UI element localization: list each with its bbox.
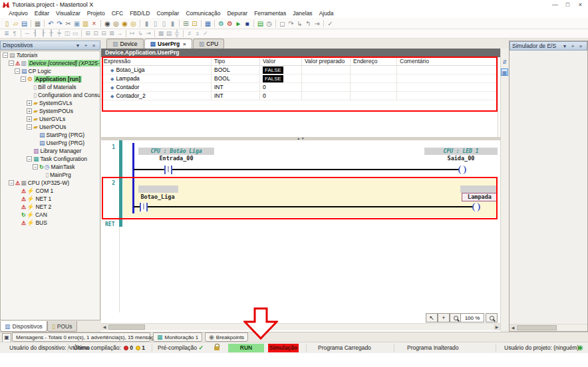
- menu-visualizar[interactable]: Visualizar: [53, 9, 84, 18]
- cell-prepared-value[interactable]: [302, 83, 351, 92]
- tree-expander-icon[interactable]: +: [27, 116, 32, 122]
- tree-expander-icon[interactable]: −: [21, 76, 26, 82]
- tab-dispositivos[interactable]: ▥ Dispositivos: [0, 321, 47, 332]
- run-to-cursor-icon[interactable]: ⇥: [313, 19, 321, 29]
- find-icon[interactable]: ◉: [103, 19, 112, 29]
- cell-expression[interactable]: ◆Lampada: [101, 74, 212, 83]
- coil-icon[interactable]: ◫: [63, 29, 71, 39]
- editor-horizontal-scrollbar[interactable]: ◀ ▶: [101, 323, 500, 330]
- cell-expression[interactable]: ◆Contador: [101, 83, 212, 92]
- cursor-tool-icon[interactable]: ↖: [426, 313, 438, 322]
- cell-expression[interactable]: ◆Botao_Liga: [101, 66, 212, 74]
- io-scroll-left-icon[interactable]: ◀: [510, 324, 516, 331]
- step-out-icon[interactable]: ↰: [304, 19, 313, 29]
- tree-item-maintask[interactable]: −↻◷MainTask: [1, 163, 100, 171]
- network-icon[interactable]: ≣: [3, 29, 11, 39]
- tree-item-systemgvls[interactable]: +▰SystemGVLs: [1, 99, 100, 107]
- tree-item-startprg-prg[interactable]: ▤StartPrg (PRG): [1, 131, 100, 139]
- tree-item-net-2[interactable]: ⚠⚡NET 2: [1, 203, 100, 211]
- tree-item-userprg-prg[interactable]: ▤UserPrg (PRG): [1, 139, 100, 147]
- tab-cpu[interactable]: ▥ CPU: [193, 39, 224, 49]
- tree-item-bill-of-materials[interactable]: ▯Bill of Materials: [1, 83, 100, 91]
- tree-item-net-1[interactable]: ⚠⚡NET 1: [1, 195, 100, 203]
- cell-prepared-value[interactable]: [302, 92, 351, 100]
- bookmark-next-icon[interactable]: ▯: [151, 19, 160, 29]
- start-icon[interactable]: ►: [234, 19, 243, 29]
- io-panel-pin-icon[interactable]: +: [569, 43, 577, 49]
- menu-cfc[interactable]: CFC: [108, 9, 126, 18]
- maximize-button[interactable]: □: [561, 0, 574, 9]
- branch-end-icon[interactable]: ⇥: [144, 29, 152, 39]
- coil-set-icon[interactable]: ▭: [71, 29, 79, 39]
- undo-icon[interactable]: ↶: [47, 19, 55, 29]
- table-row-botao-liga[interactable]: ◆Botao_LigaBOOLFALSE: [101, 66, 498, 74]
- minimize-button[interactable]: —: [549, 0, 561, 9]
- contact-negated-icon[interactable]: ┠: [39, 29, 47, 39]
- panel-close-icon[interactable]: ×: [90, 43, 98, 49]
- rung1-coil-symbol[interactable]: [458, 166, 466, 174]
- menu-depurar[interactable]: Depurar: [223, 9, 251, 18]
- new-file-icon[interactable]: ▯: [3, 19, 11, 29]
- bookmark-clear-icon[interactable]: ▮: [168, 19, 177, 29]
- zoom-level[interactable]: 100 %: [460, 313, 484, 322]
- cell-expression[interactable]: ◆Contador_2: [101, 92, 212, 100]
- menu-projeto[interactable]: Projeto: [84, 9, 108, 18]
- tree-item-tutoriais[interactable]: −▤Tutoriais: [1, 51, 100, 59]
- frame-view-icon[interactable]: ▦: [501, 68, 508, 76]
- tree-item-task-configuration[interactable]: −▦Task Configuration: [1, 155, 100, 163]
- menu-fbd-ld[interactable]: FBD/LD: [126, 9, 153, 18]
- bookmark-previous-icon[interactable]: ▯: [160, 19, 168, 29]
- tree-expander-icon[interactable]: −: [15, 68, 20, 74]
- cell-prepared-value[interactable]: [302, 74, 351, 83]
- runtime-icon[interactable]: ▤: [256, 19, 265, 29]
- rung2-contact-variable[interactable]: Botao_Liga: [128, 193, 188, 201]
- build-icon[interactable]: ⊞: [182, 19, 190, 29]
- sort-variables-icon[interactable]: ⇵: [501, 59, 508, 66]
- tree-expander-icon[interactable]: −: [3, 53, 8, 58]
- insert-line-icon[interactable]: ─: [23, 29, 31, 39]
- function-block-icon[interactable]: ⊞: [84, 29, 92, 39]
- update-icon[interactable]: ✓: [202, 29, 210, 39]
- rung2-coil-variable[interactable]: Lampada: [462, 193, 498, 201]
- generate-code-icon[interactable]: ⊡: [190, 19, 199, 29]
- table-row-contador[interactable]: ◆ContadorINT0: [101, 83, 498, 92]
- rung1-coil-variable[interactable]: Saida_00: [424, 155, 498, 162]
- open-file-icon[interactable]: ▱: [11, 19, 20, 29]
- menu-editar[interactable]: Editar: [31, 9, 53, 18]
- tree-item-userpous[interactable]: −▰UserPOUs: [1, 123, 100, 131]
- delete-icon[interactable]: ×: [90, 19, 98, 29]
- branch-icon[interactable]: ↳: [136, 29, 144, 39]
- box-with-en-icon[interactable]: ⊡: [92, 29, 100, 39]
- tab-monitoring[interactable]: ▦ Monitoração 1: [153, 332, 202, 342]
- tree-expander-icon[interactable]: −: [9, 180, 14, 185]
- scrollbar-thumb[interactable]: [108, 324, 145, 330]
- view-icon[interactable]: ▤: [165, 29, 173, 39]
- cell-value[interactable]: 0: [260, 92, 302, 100]
- tab-close-icon[interactable]: ×: [183, 41, 186, 47]
- contact-icon[interactable]: ┨: [31, 29, 39, 39]
- input-icon[interactable]: ↦: [128, 29, 136, 39]
- cell-prepared-value[interactable]: [302, 66, 351, 74]
- contact-parallel-icon[interactable]: ╂: [47, 29, 55, 39]
- logout-icon[interactable]: ⚙: [225, 19, 234, 29]
- login-icon[interactable]: ⚙: [217, 19, 225, 29]
- jump-icon[interactable]: →: [116, 29, 124, 39]
- tree-expander-icon[interactable]: +: [27, 108, 32, 114]
- tab-messages[interactable]: Mensagens - Totais 0 erro(s), 1 advertên…: [12, 332, 150, 342]
- io-panel-menu-icon[interactable]: ▾: [561, 43, 569, 49]
- io-panel-close-icon[interactable]: ×: [577, 43, 585, 49]
- rung1-contact-symbol[interactable]: [164, 166, 172, 174]
- panel-menu-icon[interactable]: ▾: [74, 43, 82, 49]
- table-row-lampada[interactable]: ◆LampadaBOOLFALSE: [101, 74, 498, 83]
- tree-item-can[interactable]: ↻⚡CAN: [1, 211, 100, 219]
- menu-ferramentas[interactable]: Ferramentas: [251, 9, 289, 18]
- menu-ajuda[interactable]: Ajuda: [316, 9, 337, 18]
- tab-device[interactable]: ▥ Device: [106, 39, 144, 49]
- tree-item-mainprg[interactable]: ▯MainPrg: [1, 171, 100, 179]
- redo-icon[interactable]: ↷: [55, 19, 64, 29]
- tree-expander-icon[interactable]: −: [33, 164, 38, 170]
- menu-janelas[interactable]: Janelas: [289, 9, 315, 18]
- contact-parallel-negated-icon[interactable]: ┿: [55, 29, 63, 39]
- tree-expander-icon[interactable]: −: [27, 124, 32, 130]
- tree-expander-icon[interactable]: −: [9, 61, 14, 66]
